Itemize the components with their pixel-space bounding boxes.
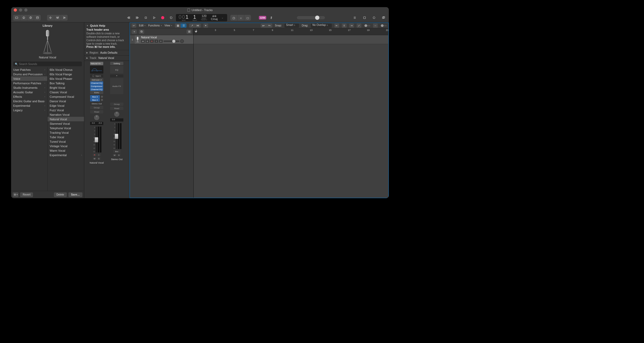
group-slot[interactable]: Group: [90, 106, 103, 109]
zoom-h-out[interactable]: ⇤: [334, 24, 339, 28]
insert-slot[interactable]: Channel EQ: [90, 81, 103, 85]
input-monitor[interactable]: I: [97, 154, 101, 156]
alt-tool[interactable]: +▾: [267, 24, 272, 28]
view-menu[interactable]: View▾: [165, 24, 172, 27]
group-slot[interactable]: Group: [110, 103, 123, 106]
solo-button[interactable]: S: [146, 40, 149, 43]
library-delete-button[interactable]: Delete: [54, 192, 67, 197]
library-category-item[interactable]: Legacy›: [11, 108, 47, 112]
library-patch-item[interactable]: Box Talking: [48, 81, 84, 85]
channel-strip-setting[interactable]: Natural Vo…: [90, 62, 103, 65]
rewind-button[interactable]: [125, 14, 132, 21]
record-enable[interactable]: R: [93, 154, 96, 156]
track-row[interactable]: 1 Natural Vocal M S R I ≡: [130, 35, 193, 44]
mixer-toggle[interactable]: [54, 15, 61, 21]
bounce-button[interactable]: Bnc: [113, 150, 120, 153]
forward-button[interactable]: [134, 14, 141, 21]
count-in-badge[interactable]: 1234: [259, 16, 266, 20]
list-view[interactable]: ☰: [181, 24, 186, 28]
send-knob[interactable]: [101, 95, 103, 98]
library-patch-item[interactable]: Narration Vocal: [48, 112, 84, 117]
library-patch-item[interactable]: Telephone Vocal: [48, 126, 84, 130]
edit-menu[interactable]: Edit▾: [139, 24, 146, 27]
quick-help-header[interactable]: ▼ Quick Help: [86, 24, 127, 27]
arrangement-body[interactable]: [194, 35, 388, 198]
library-category-item[interactable]: User Patches›: [11, 67, 47, 72]
send-slot[interactable]: Bus 4: [90, 98, 103, 101]
tuner-button[interactable]: [244, 15, 251, 21]
eq-thumbnail[interactable]: [90, 66, 103, 73]
flex-toggle[interactable]: ⋈: [195, 24, 201, 28]
library-save-button[interactable]: Save…: [68, 192, 82, 197]
play-button[interactable]: [151, 14, 157, 21]
timeline-ruler[interactable]: 13579111315171921: [194, 28, 388, 35]
library-patch-item[interactable]: Tracking Vocal: [48, 130, 84, 135]
audio-fx-slot[interactable]: Audio FX: [110, 78, 123, 94]
automation-mode[interactable]: Read: [90, 110, 103, 113]
h-zoom-icon[interactable]: ↔: [373, 24, 378, 28]
output-label[interactable]: Stereo Out: [92, 103, 102, 105]
automation-mode[interactable]: Read: [110, 107, 123, 110]
window-zoom[interactable]: [24, 8, 27, 12]
loops-button[interactable]: [370, 15, 377, 21]
tracks-back-button[interactable]: ↩: [132, 24, 136, 28]
low-latency-mode[interactable]: [237, 15, 244, 21]
library-category-item[interactable]: Voice›: [11, 76, 47, 81]
waveform-zoom[interactable]: ⤢: [357, 24, 361, 28]
library-patch-item[interactable]: 60s Vocal Chorus: [48, 67, 84, 72]
input-monitor-button[interactable]: I: [155, 40, 158, 43]
library-toggle[interactable]: [13, 15, 20, 21]
library-category-item[interactable]: Acoustic Guitar›: [11, 90, 47, 94]
track-name[interactable]: Natural Vocal: [141, 36, 192, 39]
smart-controls-toggle[interactable]: [47, 15, 54, 21]
catch-playhead[interactable]: ✦: [203, 24, 208, 28]
insert-slot[interactable]: Echo: [90, 91, 103, 94]
pointer-tool[interactable]: ▸▾: [261, 24, 267, 28]
track-pan-knob[interactable]: [180, 39, 184, 43]
replace-mode[interactable]: [230, 15, 237, 21]
snap-select[interactable]: Smart ⇅: [284, 24, 299, 28]
stop-button[interactable]: [142, 14, 149, 21]
input-slot[interactable]: ◯Input 1: [90, 75, 103, 77]
solo-button[interactable]: S: [97, 157, 101, 160]
library-patches[interactable]: 60s Vocal Chorus60s Vocal Flange60s Voca…: [48, 67, 84, 191]
browsers-button[interactable]: [380, 15, 387, 21]
duplicate-track-button[interactable]: ⧉: [139, 30, 144, 34]
zoom-h-in[interactable]: ⇥: [349, 24, 354, 28]
toolbar-custom-toggle[interactable]: [34, 15, 41, 21]
window-close[interactable]: [14, 8, 17, 12]
track-volume-slider[interactable]: [164, 40, 179, 42]
mute-button[interactable]: M: [93, 157, 96, 160]
library-patch-item[interactable]: Edge Vocal: [48, 103, 84, 108]
grid-view[interactable]: ▦: [175, 24, 181, 28]
master-volume-slider[interactable]: [297, 16, 325, 19]
channel-strip-setting[interactable]: Setting: [110, 62, 123, 65]
quick-help-toggle[interactable]: [27, 15, 34, 21]
mute-button[interactable]: M: [113, 154, 116, 156]
library-category-item[interactable]: Studio Instruments›: [11, 85, 47, 90]
h-zoom-slider[interactable]: [380, 25, 387, 26]
stereo-link[interactable]: ⚭: [110, 75, 123, 77]
library-categories[interactable]: User Patches›Drums and Percussion›Voice›…: [11, 67, 48, 191]
insert-slot[interactable]: DeEsser 2: [90, 78, 103, 81]
library-search-input[interactable]: [19, 63, 80, 66]
library-patch-item[interactable]: Slammed Vocal: [48, 121, 84, 126]
library-patch-item[interactable]: 60s Vocal Phaser: [48, 76, 84, 81]
functions-menu[interactable]: Functions▾: [148, 24, 162, 27]
library-patch-item[interactable]: Classic Vocal: [48, 90, 84, 94]
lcd-menu-chevron-icon[interactable]: ⌄: [221, 16, 225, 19]
library-revert-button[interactable]: Revert: [20, 192, 33, 197]
library-patch-item[interactable]: Vintage Vocal: [48, 144, 84, 148]
region-section[interactable]: ▶ Region: Audio Defaults: [84, 50, 129, 55]
library-patch-item[interactable]: 60s Vocal Flange: [48, 72, 84, 76]
library-patch-item[interactable]: Dance Vocal: [48, 99, 84, 103]
cycle-button[interactable]: [167, 14, 174, 21]
track-inspector-section[interactable]: ▶ Track: Natural Vocal: [84, 55, 129, 61]
mute-button[interactable]: M: [141, 40, 145, 43]
master-volume-knob[interactable]: [315, 16, 319, 20]
library-patch-item[interactable]: Warm Vocal: [48, 148, 84, 153]
metronome-button[interactable]: [268, 14, 275, 21]
zoom-vertical[interactable]: ⇕: [342, 24, 347, 28]
pan-knob[interactable]: [114, 111, 120, 117]
scissors-toggle[interactable]: [61, 15, 68, 21]
